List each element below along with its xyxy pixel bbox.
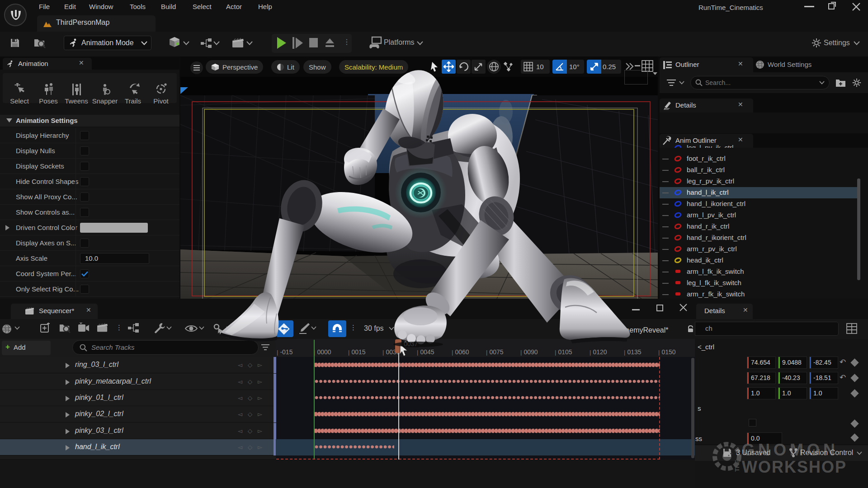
svg-text:Pivot: Pivot: [153, 97, 169, 105]
svg-text:Poses: Poses: [39, 97, 58, 105]
svg-text:Snapper: Snapper: [92, 97, 118, 105]
svg-text:Select: Select: [10, 97, 29, 105]
svg-text:Tweens: Tweens: [65, 97, 88, 105]
svg-text:Trails: Trails: [125, 97, 141, 105]
